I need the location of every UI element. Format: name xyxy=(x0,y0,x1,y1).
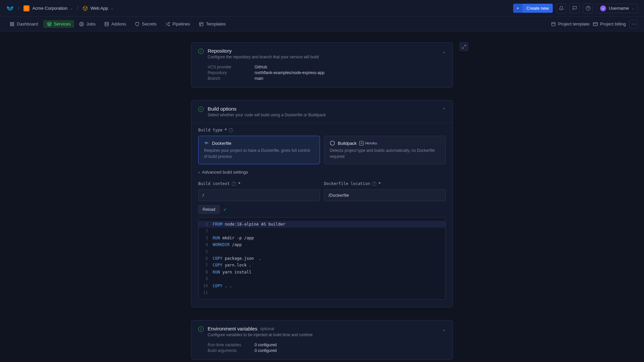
services-icon xyxy=(47,22,52,26)
dockerfile-location-label: Dockerfile location ? * xyxy=(324,181,446,186)
help-icon[interactable]: ? xyxy=(232,182,236,186)
svg-rect-17 xyxy=(551,22,555,26)
project-billing-link[interactable]: Project billing xyxy=(593,21,626,26)
svg-rect-19 xyxy=(593,22,597,25)
build-context-input[interactable] xyxy=(198,189,320,201)
svg-rect-14 xyxy=(200,22,203,26)
templates-icon xyxy=(199,22,204,26)
jobs-icon xyxy=(79,22,84,26)
repository-panel-header[interactable]: ✓ Repository Configure the repository an… xyxy=(192,43,452,65)
svg-rect-7 xyxy=(10,24,12,26)
username: Username xyxy=(609,6,629,11)
org-selector[interactable]: 🧡 Acme Corporation ⌄ xyxy=(23,5,73,11)
activity-button[interactable] xyxy=(570,3,580,13)
panel-description: Configure the repository and branch that… xyxy=(208,55,438,59)
panel-title: Build options xyxy=(208,106,438,112)
pipelines-icon xyxy=(165,22,170,26)
create-new-button[interactable]: + Create new xyxy=(513,4,553,13)
chevron-down-icon: ⌄ xyxy=(442,327,446,332)
svg-rect-5 xyxy=(12,22,14,23)
chevron-down-icon: ⌄ xyxy=(442,49,446,54)
repository-panel: ✓ Repository Configure the repository an… xyxy=(191,42,453,87)
org-badge-icon: 🧡 xyxy=(23,5,30,11)
env-vars-panel: ✓ Environment variables optional Configu… xyxy=(191,320,453,360)
dockerfile-location-input[interactable] xyxy=(324,189,446,201)
breadcrumb-divider: / xyxy=(18,5,19,11)
nav-pipelines[interactable]: Pipelines xyxy=(162,20,194,28)
build-options-panel: ✓ Build options Select whether your code… xyxy=(191,100,453,307)
env-vars-panel-header[interactable]: ✓ Environment variables optional Configu… xyxy=(192,320,452,343)
advanced-build-settings-link[interactable]: › Advanced build settings xyxy=(198,169,446,175)
user-avatar: u xyxy=(600,5,606,11)
secrets-icon xyxy=(135,22,140,26)
nav-secrets[interactable]: Secrets xyxy=(131,20,160,28)
build-type-label: Build type * ? xyxy=(198,128,446,132)
status-complete-icon: ✓ xyxy=(198,107,204,112)
svg-line-21 xyxy=(464,45,466,46)
nav-templates[interactable]: Templates xyxy=(195,20,229,28)
nav-dashboard[interactable]: Dashboard xyxy=(6,20,42,28)
nav-services[interactable]: Services xyxy=(43,20,74,28)
nav-bar: Dashboard Services Jobs Addons Secrets P… xyxy=(0,17,644,32)
svg-point-10 xyxy=(105,22,109,23)
reload-button[interactable]: Reload xyxy=(198,205,220,214)
svg-marker-8 xyxy=(47,22,51,24)
notifications-button[interactable] xyxy=(556,3,566,13)
chevron-down-icon: ⌄ xyxy=(70,6,73,10)
project-name: Web App xyxy=(91,6,108,11)
top-header: / 🧡 Acme Corporation ⌄ / Web App ⌄ + Cre… xyxy=(0,0,644,17)
meta-row: Build arguments 0 configured xyxy=(208,348,446,353)
check-icon: ✓ xyxy=(223,207,227,212)
package-icon xyxy=(330,140,335,146)
more-menu-button[interactable]: ⋯ xyxy=(629,20,638,28)
chevron-down-icon: ⌄ xyxy=(632,6,634,10)
template-icon xyxy=(551,22,556,26)
cube-icon xyxy=(83,6,88,11)
dashboard-icon xyxy=(10,22,14,26)
addons-icon xyxy=(104,22,109,26)
user-menu[interactable]: u Username ⌄ xyxy=(596,4,638,13)
project-selector[interactable]: Web App ⌄ xyxy=(83,6,114,11)
breadcrumb-divider: / xyxy=(77,5,78,11)
docker-icon xyxy=(204,140,209,146)
svg-point-9 xyxy=(81,23,83,25)
panel-description: Configure variables to be injected at bu… xyxy=(208,333,438,337)
panel-title: Environment variables optional xyxy=(208,326,438,331)
org-name: Acme Corporation xyxy=(32,6,67,11)
chevron-up-icon: ⌃ xyxy=(442,107,446,112)
chevron-down-icon: ⌄ xyxy=(111,6,113,10)
build-context-label: Build context ? * xyxy=(198,181,320,186)
billing-icon xyxy=(593,22,598,26)
build-options-panel-header[interactable]: ✓ Build options Select whether your code… xyxy=(192,101,452,123)
help-icon[interactable]: ? xyxy=(229,128,233,132)
meta-row: Branch main xyxy=(208,76,446,81)
meta-row: Repository northflank-examples/node-expr… xyxy=(208,70,446,75)
panel-description: Select whether your code will build usin… xyxy=(208,113,438,117)
svg-line-22 xyxy=(462,47,464,48)
plus-icon: + xyxy=(513,4,523,13)
dockerfile-option[interactable]: Dockerfile Requires your project to have… xyxy=(198,136,320,164)
help-icon[interactable]: ? xyxy=(372,182,376,186)
heroku-badge: H Heroku xyxy=(359,141,377,145)
svg-rect-4 xyxy=(10,22,12,23)
status-complete-icon: ✓ xyxy=(198,326,204,332)
logo-icon[interactable] xyxy=(6,4,14,12)
dockerfile-editor[interactable]: 1FROM node:18-alpine AS builder23RUN mkd… xyxy=(198,217,446,300)
expand-button[interactable] xyxy=(460,42,468,51)
status-complete-icon: ✓ xyxy=(198,49,204,54)
chevron-right-icon: › xyxy=(198,170,200,175)
nav-addons[interactable]: Addons xyxy=(101,20,130,28)
svg-rect-6 xyxy=(12,24,14,26)
nav-jobs[interactable]: Jobs xyxy=(75,20,99,28)
help-button[interactable] xyxy=(583,3,593,13)
meta-row: Run-time variables 0 configured xyxy=(208,343,446,347)
meta-row: VCS provider GitHub xyxy=(208,65,446,69)
buildpack-option[interactable]: Buildpack H Heroku Detects project type … xyxy=(324,136,446,164)
project-template-link[interactable]: Project template xyxy=(551,21,590,26)
svg-line-13 xyxy=(166,22,167,23)
panel-title: Repository xyxy=(208,48,438,54)
